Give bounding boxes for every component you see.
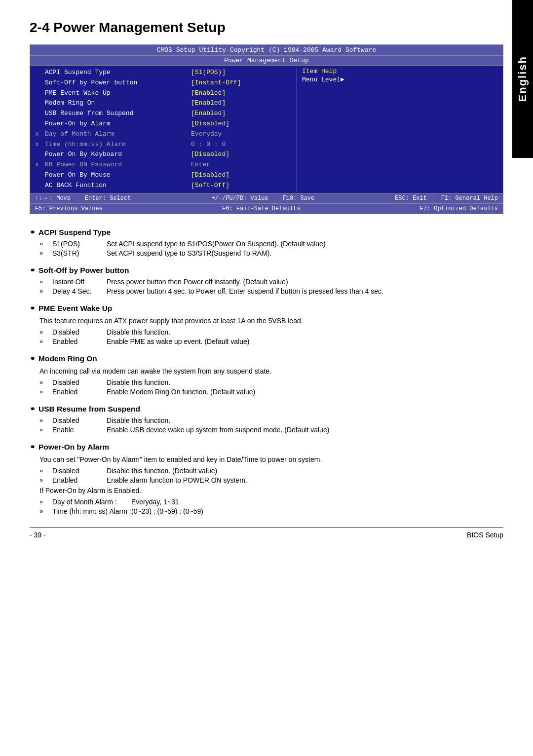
bios-row-mouse: Power On By Mouse [35, 170, 183, 181]
side-tab-label: English [516, 56, 529, 102]
section-acpi-suspend: ⚭ ACPI Suspend Type » S1(POS) Set ACPI s… [30, 228, 503, 257]
section-modem-ring: ⚭ Modem Ring On An incoming call via mod… [30, 354, 503, 396]
bullet-usb-disabled: » Disabled Disable this function. [30, 416, 503, 424]
section-pme-event: ⚭ PME Event Wake Up This feature require… [30, 304, 503, 345]
section-usb-resume: ⚭ USB Resume from Suspend » Disabled Dis… [30, 405, 503, 434]
bios-row-day-alarm: x Day of Month Alarm [35, 129, 183, 140]
bios-row-modem: Modem Ring On [35, 98, 183, 109]
alarm-note2: If Power-On by Alarm is Enabled. [30, 486, 503, 496]
footer-section-name: BIOS Setup [467, 531, 503, 539]
bullet-s3str: » S3(STR) Set ACPI suspend type to S3/ST… [30, 249, 503, 257]
bullet-s1pos: » S1(POS) Set ACPI suspend type to S1/PO… [30, 240, 503, 248]
footer-page-number: - 39 - [30, 531, 46, 539]
modem-note: An incoming call via modem can awake the… [30, 366, 503, 377]
bios-help-title: Item Help [302, 68, 498, 75]
page-title-text: 2-4 Power Management Setup [30, 20, 226, 35]
bullet-modem-enabled: » Enabled Enable Modem Ring On function.… [30, 388, 503, 396]
bios-left-column: ACPI Suspend Type Soft-Off by Power butt… [30, 68, 188, 191]
bullet-delay4sec: » Delay 4 Sec. Press power button 4 sec.… [30, 287, 503, 295]
section-title-pme: ⚭ PME Event Wake Up [30, 304, 503, 313]
section-title-alarm: ⚭ Power-On by Alarm [30, 443, 503, 452]
pme-note: This feature requires an ATX power suppl… [30, 316, 503, 326]
bios-row-time-alarm: x Time (hh:mm:ss) Alarm [35, 140, 183, 150]
alarm-note1: You can set "Power-On by Alarm" item to … [30, 454, 503, 465]
section-title-softoff: ⚭ Soft-Off by Power button [30, 266, 503, 275]
bios-row-poweron-alarm: Power-On by Alarm [35, 119, 183, 129]
bullet-pme-disabled: » Disabled Disable this function. [30, 328, 503, 336]
bios-middle-column: [S1(POS)] [Instant-Off] [Enabled] [Enabl… [188, 68, 297, 191]
bullet-usb-enable: » Enable Enable USB device wake up syste… [30, 426, 503, 434]
section-title-modem: ⚭ Modem Ring On [30, 354, 503, 363]
bios-row-keyboard: Power On By Keyboard [35, 150, 183, 160]
section-soft-off: ⚭ Soft-Off by Power button » Instant-Off… [30, 266, 503, 295]
bios-row-kb-password: x KB Power ON Password [35, 160, 183, 170]
bullet-time-alarm: » Time (hh: mm: ss) Alarm : (0~23) : (0~… [30, 507, 503, 515]
bios-header2: Power Management Setup [30, 56, 503, 66]
bios-footer2: F5: Previous Values F6: Fail-Safe Defaul… [30, 203, 503, 214]
section-poweron-alarm: ⚭ Power-On by Alarm You can set "Power-O… [30, 443, 503, 515]
page-title: 2-4 Power Management Setup [30, 20, 503, 36]
bullet-instant-off: » Instant-Off Press power button then Po… [30, 278, 503, 286]
section-title-acpi: ⚭ ACPI Suspend Type [30, 228, 503, 237]
bullet-pme-enabled: » Enabled Enable PME as wake up event. (… [30, 338, 503, 345]
bios-row-acpi: ACPI Suspend Type [35, 68, 183, 78]
bios-setup-box: CMOS Setup Utility-Copyright (C) 1984-20… [30, 44, 503, 214]
bios-footer: ↑↓→←: Move Enter: Select +/-/PU/PD: Valu… [30, 193, 503, 203]
bios-row-softoff: Soft-Off by Power button [35, 78, 183, 88]
bullet-alarm-disabled: » Disabled Disable this function. (Defau… [30, 467, 503, 475]
page-footer: - 39 - BIOS Setup [30, 528, 503, 539]
bios-help-text: Menu Level► [302, 76, 498, 83]
bios-right-help: Item Help Menu Level► [297, 68, 503, 191]
bullet-day-alarm: » Day of Month Alarm : Everyday, 1~31 [30, 498, 503, 506]
bullet-alarm-enabled: » Enabled Enable alarm function to POWER… [30, 476, 503, 484]
bios-header1: CMOS Setup Utility-Copyright (C) 1984-20… [30, 45, 503, 56]
bios-row-acback: AC BACK Function [35, 181, 183, 191]
side-tab: English [512, 0, 533, 158]
bios-row-pme: PME Event Wake Up [35, 88, 183, 99]
bios-row-usb: USB Resume from Suspend [35, 109, 183, 119]
bullet-modem-disabled: » Disabled Disable this function. [30, 378, 503, 386]
section-title-usb: ⚭ USB Resume from Suspend [30, 405, 503, 414]
